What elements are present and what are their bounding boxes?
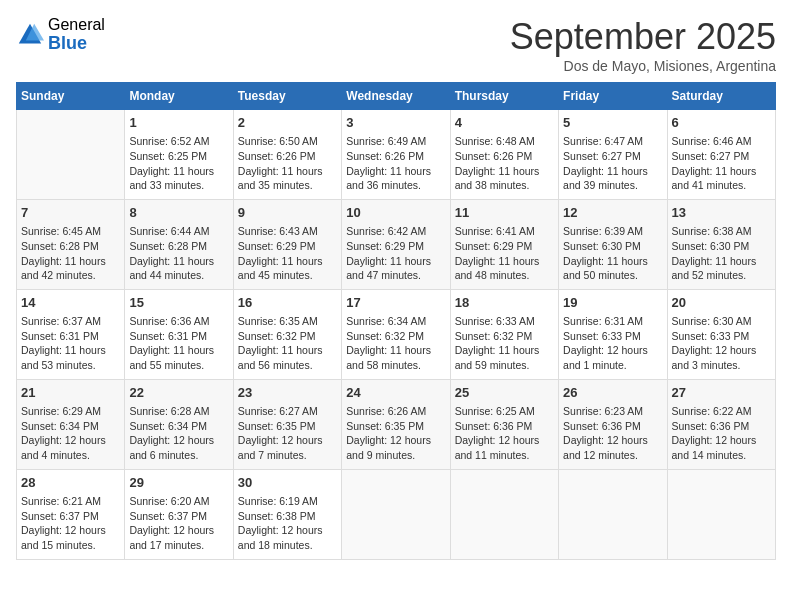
day-cell: 14Sunrise: 6:37 AMSunset: 6:31 PMDayligh… xyxy=(17,289,125,379)
day-number: 12 xyxy=(563,204,662,222)
day-info: Sunrise: 6:45 AMSunset: 6:28 PMDaylight:… xyxy=(21,224,120,283)
day-number: 27 xyxy=(672,384,771,402)
day-cell: 2Sunrise: 6:50 AMSunset: 6:26 PMDaylight… xyxy=(233,110,341,200)
day-cell: 9Sunrise: 6:43 AMSunset: 6:29 PMDaylight… xyxy=(233,199,341,289)
day-info: Sunrise: 6:42 AMSunset: 6:29 PMDaylight:… xyxy=(346,224,445,283)
day-number: 16 xyxy=(238,294,337,312)
day-info: Sunrise: 6:26 AMSunset: 6:35 PMDaylight:… xyxy=(346,404,445,463)
week-row-0: 1Sunrise: 6:52 AMSunset: 6:25 PMDaylight… xyxy=(17,110,776,200)
day-number: 4 xyxy=(455,114,554,132)
week-row-1: 7Sunrise: 6:45 AMSunset: 6:28 PMDaylight… xyxy=(17,199,776,289)
day-number: 3 xyxy=(346,114,445,132)
header-sunday: Sunday xyxy=(17,83,125,110)
day-number: 23 xyxy=(238,384,337,402)
day-number: 11 xyxy=(455,204,554,222)
day-info: Sunrise: 6:35 AMSunset: 6:32 PMDaylight:… xyxy=(238,314,337,373)
day-number: 28 xyxy=(21,474,120,492)
day-number: 22 xyxy=(129,384,228,402)
day-info: Sunrise: 6:21 AMSunset: 6:37 PMDaylight:… xyxy=(21,494,120,553)
day-info: Sunrise: 6:29 AMSunset: 6:34 PMDaylight:… xyxy=(21,404,120,463)
day-cell: 8Sunrise: 6:44 AMSunset: 6:28 PMDaylight… xyxy=(125,199,233,289)
day-cell xyxy=(17,110,125,200)
day-cell: 27Sunrise: 6:22 AMSunset: 6:36 PMDayligh… xyxy=(667,379,775,469)
day-number: 8 xyxy=(129,204,228,222)
day-number: 24 xyxy=(346,384,445,402)
day-info: Sunrise: 6:43 AMSunset: 6:29 PMDaylight:… xyxy=(238,224,337,283)
day-cell: 6Sunrise: 6:46 AMSunset: 6:27 PMDaylight… xyxy=(667,110,775,200)
header-tuesday: Tuesday xyxy=(233,83,341,110)
day-cell: 26Sunrise: 6:23 AMSunset: 6:36 PMDayligh… xyxy=(559,379,667,469)
day-info: Sunrise: 6:31 AMSunset: 6:33 PMDaylight:… xyxy=(563,314,662,373)
page-header: General Blue September 2025 Dos de Mayo,… xyxy=(16,16,776,74)
day-cell: 12Sunrise: 6:39 AMSunset: 6:30 PMDayligh… xyxy=(559,199,667,289)
day-number: 30 xyxy=(238,474,337,492)
day-number: 7 xyxy=(21,204,120,222)
header-friday: Friday xyxy=(559,83,667,110)
day-info: Sunrise: 6:27 AMSunset: 6:35 PMDaylight:… xyxy=(238,404,337,463)
day-cell: 29Sunrise: 6:20 AMSunset: 6:37 PMDayligh… xyxy=(125,469,233,559)
day-cell: 24Sunrise: 6:26 AMSunset: 6:35 PMDayligh… xyxy=(342,379,450,469)
day-cell: 10Sunrise: 6:42 AMSunset: 6:29 PMDayligh… xyxy=(342,199,450,289)
day-cell: 16Sunrise: 6:35 AMSunset: 6:32 PMDayligh… xyxy=(233,289,341,379)
day-info: Sunrise: 6:52 AMSunset: 6:25 PMDaylight:… xyxy=(129,134,228,193)
day-number: 10 xyxy=(346,204,445,222)
day-info: Sunrise: 6:50 AMSunset: 6:26 PMDaylight:… xyxy=(238,134,337,193)
day-info: Sunrise: 6:36 AMSunset: 6:31 PMDaylight:… xyxy=(129,314,228,373)
day-cell: 1Sunrise: 6:52 AMSunset: 6:25 PMDaylight… xyxy=(125,110,233,200)
day-cell: 20Sunrise: 6:30 AMSunset: 6:33 PMDayligh… xyxy=(667,289,775,379)
day-cell xyxy=(342,469,450,559)
header-saturday: Saturday xyxy=(667,83,775,110)
day-cell xyxy=(559,469,667,559)
day-number: 5 xyxy=(563,114,662,132)
day-number: 9 xyxy=(238,204,337,222)
logo-general: General xyxy=(48,16,105,34)
month-title: September 2025 xyxy=(510,16,776,58)
day-number: 13 xyxy=(672,204,771,222)
day-cell: 11Sunrise: 6:41 AMSunset: 6:29 PMDayligh… xyxy=(450,199,558,289)
day-info: Sunrise: 6:28 AMSunset: 6:34 PMDaylight:… xyxy=(129,404,228,463)
day-info: Sunrise: 6:22 AMSunset: 6:36 PMDaylight:… xyxy=(672,404,771,463)
week-row-2: 14Sunrise: 6:37 AMSunset: 6:31 PMDayligh… xyxy=(17,289,776,379)
day-number: 19 xyxy=(563,294,662,312)
day-cell: 4Sunrise: 6:48 AMSunset: 6:26 PMDaylight… xyxy=(450,110,558,200)
day-cell: 5Sunrise: 6:47 AMSunset: 6:27 PMDaylight… xyxy=(559,110,667,200)
header-row: SundayMondayTuesdayWednesdayThursdayFrid… xyxy=(17,83,776,110)
day-info: Sunrise: 6:37 AMSunset: 6:31 PMDaylight:… xyxy=(21,314,120,373)
day-cell: 13Sunrise: 6:38 AMSunset: 6:30 PMDayligh… xyxy=(667,199,775,289)
day-cell: 15Sunrise: 6:36 AMSunset: 6:31 PMDayligh… xyxy=(125,289,233,379)
day-number: 17 xyxy=(346,294,445,312)
week-row-4: 28Sunrise: 6:21 AMSunset: 6:37 PMDayligh… xyxy=(17,469,776,559)
day-number: 18 xyxy=(455,294,554,312)
location-subtitle: Dos de Mayo, Misiones, Argentina xyxy=(510,58,776,74)
day-info: Sunrise: 6:34 AMSunset: 6:32 PMDaylight:… xyxy=(346,314,445,373)
day-info: Sunrise: 6:41 AMSunset: 6:29 PMDaylight:… xyxy=(455,224,554,283)
day-cell: 23Sunrise: 6:27 AMSunset: 6:35 PMDayligh… xyxy=(233,379,341,469)
day-info: Sunrise: 6:20 AMSunset: 6:37 PMDaylight:… xyxy=(129,494,228,553)
day-cell: 3Sunrise: 6:49 AMSunset: 6:26 PMDaylight… xyxy=(342,110,450,200)
day-cell: 30Sunrise: 6:19 AMSunset: 6:38 PMDayligh… xyxy=(233,469,341,559)
day-cell: 28Sunrise: 6:21 AMSunset: 6:37 PMDayligh… xyxy=(17,469,125,559)
header-thursday: Thursday xyxy=(450,83,558,110)
day-info: Sunrise: 6:44 AMSunset: 6:28 PMDaylight:… xyxy=(129,224,228,283)
day-cell xyxy=(667,469,775,559)
day-info: Sunrise: 6:33 AMSunset: 6:32 PMDaylight:… xyxy=(455,314,554,373)
header-monday: Monday xyxy=(125,83,233,110)
day-cell: 25Sunrise: 6:25 AMSunset: 6:36 PMDayligh… xyxy=(450,379,558,469)
logo-icon xyxy=(16,21,44,49)
logo-blue: Blue xyxy=(48,34,105,54)
day-cell: 19Sunrise: 6:31 AMSunset: 6:33 PMDayligh… xyxy=(559,289,667,379)
day-cell: 18Sunrise: 6:33 AMSunset: 6:32 PMDayligh… xyxy=(450,289,558,379)
day-info: Sunrise: 6:25 AMSunset: 6:36 PMDaylight:… xyxy=(455,404,554,463)
title-block: September 2025 Dos de Mayo, Misiones, Ar… xyxy=(510,16,776,74)
day-number: 26 xyxy=(563,384,662,402)
week-row-3: 21Sunrise: 6:29 AMSunset: 6:34 PMDayligh… xyxy=(17,379,776,469)
day-number: 1 xyxy=(129,114,228,132)
day-number: 6 xyxy=(672,114,771,132)
day-info: Sunrise: 6:46 AMSunset: 6:27 PMDaylight:… xyxy=(672,134,771,193)
header-wednesday: Wednesday xyxy=(342,83,450,110)
day-info: Sunrise: 6:30 AMSunset: 6:33 PMDaylight:… xyxy=(672,314,771,373)
day-info: Sunrise: 6:48 AMSunset: 6:26 PMDaylight:… xyxy=(455,134,554,193)
day-number: 29 xyxy=(129,474,228,492)
logo: General Blue xyxy=(16,16,105,53)
day-cell xyxy=(450,469,558,559)
